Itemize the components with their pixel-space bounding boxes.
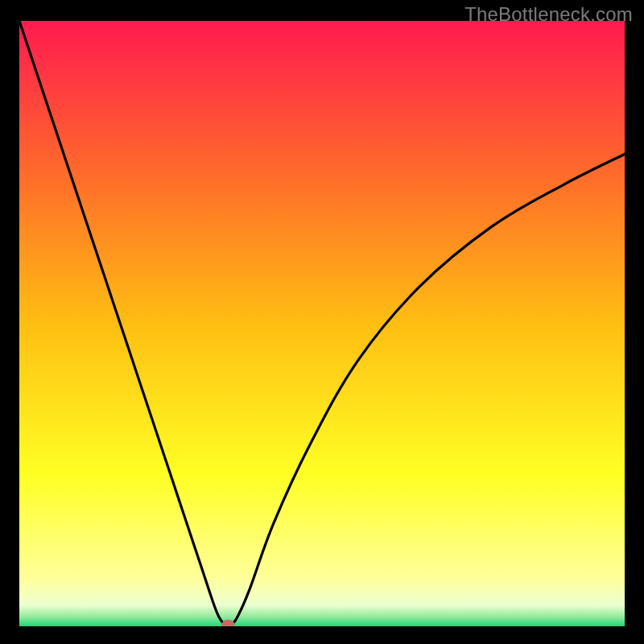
gradient-background [19,21,625,626]
plot-area [19,21,625,626]
chart-container: TheBottleneck.com [0,0,644,644]
chart-svg [19,21,625,626]
